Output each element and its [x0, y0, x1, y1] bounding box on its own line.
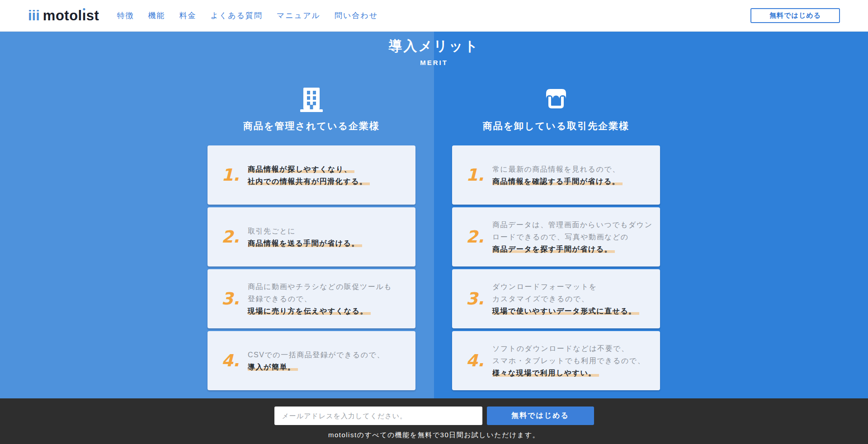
card-text: ソフトのダウンロードなどは不要で、スマホ・タブレットでも利用できるので、様々な現…	[492, 342, 645, 379]
cards-column-0: 1.商品情報が探しやすくなり、社内での情報共有が円滑化する。2.取引先ごとに商品…	[208, 145, 415, 390]
card-line-emphasis: 商品情報を送る手間が省ける。	[248, 239, 362, 247]
card-line: 取引先ごとに	[248, 227, 296, 235]
card-number: 1.	[222, 165, 245, 185]
merit-card: 4.CSVでの一括商品登録ができるので、導入が簡単。	[208, 331, 415, 390]
signup-form: 無料ではじめる	[274, 407, 594, 425]
column-heading: 商品を管理されている企業様	[208, 119, 415, 133]
email-input[interactable]	[274, 407, 482, 425]
card-line: ダウンロードフォーマットを	[492, 283, 597, 290]
logo-mark-icon: iii	[28, 8, 40, 24]
merit-column-companies: 商品を管理されている企業様 1.商品情報が探しやすくなり、社内での情報共有が円滑…	[208, 87, 415, 390]
merit-section: 導入メリット MERIT 商品を管理されている企業様 1.商品情報が探しやすくな…	[0, 32, 868, 398]
card-number: 4.	[466, 351, 490, 370]
logo[interactable]: iii motolıst	[28, 8, 99, 24]
main-nav: 特徴機能料金よくある質問マニュアル問い合わせ	[117, 10, 378, 21]
footer: 無料ではじめる motolistのすべての機能を無料で30日間お試しいただけます…	[0, 398, 868, 444]
card-line-emphasis: 様々な現場で利用しやすい。	[492, 369, 599, 377]
merit-card: 1.商品情報が探しやすくなり、社内での情報共有が円滑化する。	[208, 145, 415, 205]
logo-text: motolıst	[43, 8, 99, 24]
merit-card: 3.ダウンロードフォーマットをカスタマイズできるので、現場で使いやすいデータ形式…	[452, 269, 660, 328]
footer-signup-button[interactable]: 無料ではじめる	[487, 407, 594, 425]
card-line-emphasis: 社内での情報共有が円滑化する。	[248, 178, 370, 185]
card-text: 商品に動画やチラシなどの販促ツールも登録できるので、現場に売り方を伝えやすくなる…	[248, 280, 392, 317]
card-text: 常に最新の商品情報を見れるので、商品情報を確認する手間が省ける。	[492, 163, 623, 187]
column-heading: 商品を卸している取引先企業様	[452, 119, 660, 133]
card-text: ダウンロードフォーマットをカスタマイズできるので、現場で使いやすいデータ形式に直…	[492, 280, 639, 317]
storefront-icon	[452, 87, 660, 113]
logo-i-dot: ı	[82, 8, 86, 23]
nav-link-2[interactable]: 料金	[179, 10, 196, 21]
card-line: ロードできるので、写真や動画などの	[492, 233, 629, 241]
merit-column-wholesale: 商品を卸している取引先企業様 1.常に最新の商品情報を見れるので、商品情報を確認…	[452, 87, 660, 390]
card-number: 2.	[466, 227, 490, 247]
header: iii motolıst 特徴機能料金よくある質問マニュアル問い合わせ 無料では…	[0, 0, 868, 32]
card-line-emphasis: 商品情報が探しやすくなり、	[248, 165, 354, 173]
card-line-emphasis: 商品データを探す手間が省ける。	[492, 245, 615, 253]
building-icon	[208, 87, 415, 113]
merit-card: 1.常に最新の商品情報を見れるので、商品情報を確認する手間が省ける。	[452, 145, 660, 205]
card-line: 商品データは、管理画面からいつでもダウン	[492, 221, 653, 229]
card-text: 商品データは、管理画面からいつでもダウンロードできるので、写真や動画などの商品デ…	[492, 219, 653, 255]
trial-note: motolistのすべての機能を無料で30日間お試しいただけます。	[328, 431, 540, 439]
merit-card: 2.商品データは、管理画面からいつでもダウンロードできるので、写真や動画などの商…	[452, 207, 660, 266]
card-line: CSVでの一括商品登録ができるので、	[248, 351, 385, 359]
card-number: 2.	[222, 227, 245, 247]
merit-card: 4.ソフトのダウンロードなどは不要で、スマホ・タブレットでも利用できるので、様々…	[452, 331, 660, 390]
nav-link-3[interactable]: よくある質問	[210, 10, 263, 21]
merit-card: 2.取引先ごとに商品情報を送る手間が省ける。	[208, 207, 415, 266]
nav-link-0[interactable]: 特徴	[117, 10, 134, 21]
card-line: 常に最新の商品情報を見れるので、	[492, 165, 620, 173]
card-number: 1.	[466, 165, 490, 185]
card-line-emphasis: 現場で使いやすいデータ形式に直せる。	[492, 307, 639, 315]
cards-column-1: 1.常に最新の商品情報を見れるので、商品情報を確認する手間が省ける。2.商品デー…	[452, 145, 660, 390]
nav-link-1[interactable]: 機能	[148, 10, 165, 21]
card-line: スマホ・タブレットでも利用できるので、	[492, 357, 645, 365]
card-line: 登録できるので、	[248, 295, 312, 303]
card-text: 商品情報が探しやすくなり、社内での情報共有が円滑化する。	[248, 163, 370, 187]
card-text: 取引先ごとに商品情報を送る手間が省ける。	[248, 225, 362, 249]
card-line: ソフトのダウンロードなどは不要で、	[492, 345, 629, 352]
card-line: カスタマイズできるので、	[492, 295, 589, 303]
card-number: 3.	[222, 289, 245, 308]
page: iii motolıst 特徴機能料金よくある質問マニュアル問い合わせ 無料では…	[0, 0, 868, 444]
card-line-emphasis: 商品情報を確認する手間が省ける。	[492, 178, 623, 185]
card-line-emphasis: 導入が簡単。	[248, 363, 298, 371]
merit-card: 3.商品に動画やチラシなどの販促ツールも登録できるので、現場に売り方を伝えやすく…	[208, 269, 415, 328]
nav-link-4[interactable]: マニュアル	[277, 10, 321, 21]
section-title: 導入メリット	[0, 37, 868, 56]
card-number: 3.	[466, 289, 490, 308]
nav-link-5[interactable]: 問い合わせ	[335, 10, 378, 21]
card-line: 商品に動画やチラシなどの販促ツールも	[248, 283, 392, 290]
card-line-emphasis: 現場に売り方を伝えやすくなる。	[248, 307, 371, 315]
card-number: 4.	[222, 351, 245, 370]
card-text: CSVでの一括商品登録ができるので、導入が簡単。	[248, 349, 385, 373]
section-subtitle: MERIT	[0, 59, 868, 66]
header-signup-button[interactable]: 無料ではじめる	[750, 8, 840, 23]
